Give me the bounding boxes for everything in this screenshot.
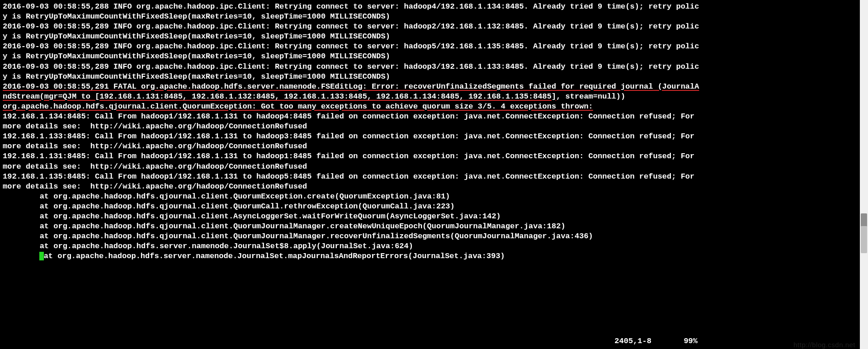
log-line-quorum-exception: org.apache.hadoop.hdfs.qjournal.client.Q…: [3, 102, 700, 112]
terminal-cursor: [39, 252, 44, 260]
scrollbar-track-segment[interactable]: [861, 226, 867, 253]
quorum-underlined: org.apache.hadoop.hdfs.qjournal.client.Q…: [3, 102, 593, 111]
log-line-fatal: 2016-09-03 00:58:55,291 FATAL org.apache…: [3, 82, 700, 102]
log-line-stacktrace-current: at org.apache.hadoop.hdfs.server.namenod…: [3, 251, 700, 261]
log-line-connect-exception: 192.168.1.133:8485: Call From hadoop1/19…: [3, 132, 700, 151]
cursor-position: 2405,1-8: [614, 337, 651, 345]
log-line-connect-exception: 192.168.1.135:8485: Call From hadoop1/19…: [3, 172, 700, 192]
log-line-stacktrace: at org.apache.hadoop.hdfs.server.namenod…: [3, 241, 700, 251]
log-line-stacktrace: at org.apache.hadoop.hdfs.qjournal.clien…: [3, 192, 700, 202]
log-line-stacktrace: at org.apache.hadoop.hdfs.qjournal.clien…: [3, 222, 700, 231]
log-line-info: 2016-09-03 00:58:55,288 INFO org.apache.…: [3, 2, 700, 22]
scroll-percent: 99%: [684, 337, 698, 345]
log-line-info: 2016-09-03 00:58:55,289 INFO org.apache.…: [3, 22, 700, 42]
log-line-info: 2016-09-03 00:58:55,289 INFO org.apache.…: [3, 62, 700, 82]
scrollbar-thumb[interactable]: [861, 213, 867, 227]
log-line-stacktrace: at org.apache.hadoop.hdfs.qjournal.clien…: [3, 202, 700, 212]
log-line-info: 2016-09-03 00:58:55,289 INFO org.apache.…: [3, 42, 700, 61]
vertical-scrollbar[interactable]: [860, 0, 868, 349]
log-line-connect-exception: 192.168.1.131:8485: Call From hadoop1/19…: [3, 151, 700, 171]
log-line-connect-exception: 192.168.1.134:8485: Call From hadoop1/19…: [3, 112, 700, 132]
stacktrace-text: at org.apache.hadoop.hdfs.server.namenod…: [44, 252, 505, 260]
stacktrace-indent: [3, 251, 40, 261]
vim-status-bar: 2405,1-8 99%: [614, 336, 698, 346]
fatal-tail: , stream=null)): [556, 92, 625, 101]
log-line-stacktrace: at org.apache.hadoop.hdfs.qjournal.clien…: [3, 212, 700, 222]
log-line-stacktrace: at org.apache.hadoop.hdfs.qjournal.clien…: [3, 231, 700, 241]
terminal-output[interactable]: 2016-09-03 00:58:55,288 INFO org.apache.…: [0, 0, 703, 349]
watermark-text: http://blog.csdn.net: [793, 340, 855, 349]
